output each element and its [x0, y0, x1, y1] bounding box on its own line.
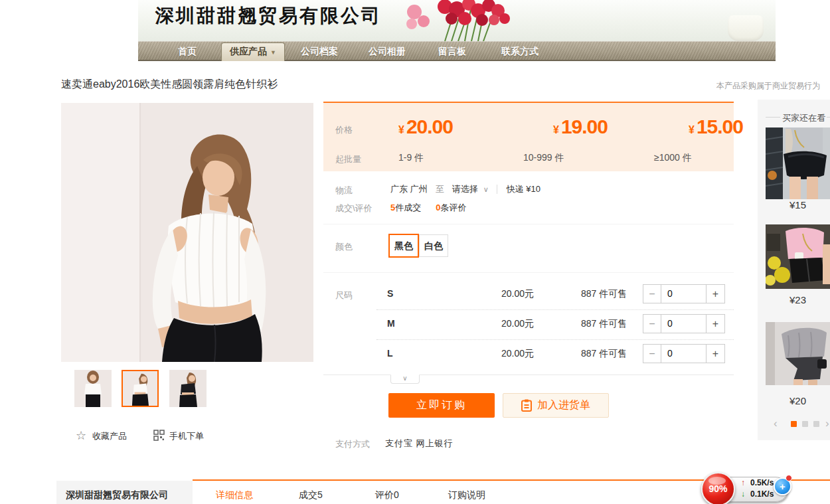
product-main-image[interactable]: [61, 103, 313, 362]
title-dash: [827, 117, 830, 118]
upload-arrow-icon: ↑: [741, 478, 745, 487]
tier-price-value: 20.00: [406, 116, 453, 138]
tab-detail-info[interactable]: 详细信息: [216, 489, 253, 501]
size-name: S: [387, 284, 393, 303]
tab-order-notes[interactable]: 订购说明: [448, 489, 485, 501]
divider: [376, 309, 734, 310]
clipboard-icon: [521, 399, 532, 412]
tab-deals[interactable]: 成交5: [299, 489, 323, 501]
related-product-image-1[interactable]: [766, 127, 830, 199]
nav-item-company-profile[interactable]: 公司档案: [301, 41, 338, 61]
size-row-m: M 20.00元 887 件可售 − 0 +: [323, 314, 734, 333]
quantity-stepper: − 0 +: [643, 314, 725, 333]
nav-item-contact[interactable]: 联系方式: [501, 41, 539, 61]
nav-item-home[interactable]: 首页: [178, 41, 197, 61]
price-tier-1: ¥ 20.00: [398, 116, 453, 138]
size-price: 20.00元: [501, 284, 534, 303]
deals-text[interactable]: 件成交: [395, 203, 421, 212]
divider: [323, 375, 734, 375]
qr-code-icon[interactable]: [153, 430, 165, 441]
related-product-image-2[interactable]: [766, 224, 830, 289]
size-name: M: [387, 314, 395, 333]
quantity-stepper: − 0 +: [643, 344, 725, 363]
quantity-value[interactable]: 0: [661, 345, 706, 363]
mobile-order-button[interactable]: 手机下单: [169, 430, 204, 442]
related-product-price[interactable]: ¥23: [766, 294, 830, 305]
increment-button[interactable]: +: [706, 315, 724, 333]
vase-image: [728, 15, 764, 41]
increment-button[interactable]: +: [706, 345, 724, 363]
size-stock: 887 件可售: [581, 284, 627, 303]
nav-item-company-album[interactable]: 公司相册: [369, 41, 406, 61]
favorite-product-button[interactable]: 收藏产品: [92, 430, 127, 442]
product-thumbnail-1[interactable]: [74, 370, 112, 407]
price-tier-2: ¥ 19.00: [553, 116, 608, 138]
download-widget: ↑ 0.5K/s ↓ 0.1K/s + 90%: [699, 472, 795, 504]
carousel-dot-1[interactable]: [791, 421, 797, 427]
product-thumbnail-2-selected[interactable]: [122, 370, 159, 407]
related-products-sidebar: 买家还在看 ¥15 ¥23: [758, 100, 830, 440]
quantity-value[interactable]: 0: [661, 285, 706, 303]
related-product-image-3[interactable]: [766, 322, 830, 385]
carousel-dot-3[interactable]: [813, 421, 819, 427]
divider: [497, 185, 497, 194]
tier-qty-2: 10-999 件: [523, 152, 564, 164]
page: 深圳甜甜翘贸易有限公司 首页 供应产品▼ 公司档案 公司相册 留言板 联系方式 …: [0, 0, 830, 504]
carousel-prev-icon[interactable]: ‹: [774, 417, 778, 430]
add-to-cart-label: 加入进货单: [537, 398, 590, 412]
related-product-price[interactable]: ¥15: [766, 199, 830, 210]
quantity-value[interactable]: 0: [661, 315, 706, 333]
decrement-button[interactable]: −: [643, 285, 661, 303]
progress-badge[interactable]: 90%: [701, 472, 735, 504]
color-option-white[interactable]: 白色: [419, 234, 448, 257]
quantity-stepper: − 0 +: [643, 284, 725, 303]
stats-label: 成交\评价: [335, 203, 373, 214]
divider: [376, 339, 734, 340]
nav-item-products[interactable]: 供应产品▼: [221, 42, 285, 61]
size-name: L: [387, 344, 393, 363]
divider: [323, 272, 734, 273]
related-product-price[interactable]: ¥20: [766, 395, 830, 406]
star-icon[interactable]: ☆: [76, 428, 86, 443]
thumbnail-image: [74, 370, 112, 407]
size-price: 20.00元: [501, 344, 534, 363]
carousel-dot-2[interactable]: [802, 421, 808, 427]
footer-company-name: 深圳甜甜翘贸易有限公司: [56, 481, 193, 504]
size-stock: 887 件可售: [581, 314, 627, 333]
store-name: 深圳甜甜翘贸易有限公司: [155, 3, 382, 29]
product-title: 速卖通eaby2016欧美性感圆领露肩纯色针织衫: [61, 78, 278, 92]
tier-qty-3: ≥1000 件: [654, 152, 692, 164]
tier-price-value: 19.00: [561, 116, 608, 138]
color-option-black[interactable]: 黑色: [388, 234, 419, 258]
expand-sizes-button[interactable]: ∨: [390, 375, 420, 384]
thumbnail-image: [123, 371, 157, 406]
flower-bouquet-image: [404, 0, 523, 41]
logistics-to: 至: [436, 183, 444, 195]
thumbnail-image: [169, 370, 207, 407]
size-price: 20.00元: [501, 314, 534, 333]
stats-row: 5件成交0条评价: [390, 202, 466, 214]
increment-button[interactable]: +: [706, 285, 724, 303]
dropdown-arrow-icon: ▼: [270, 49, 276, 56]
product-thumbnail-3[interactable]: [169, 370, 207, 407]
logistics-origin: 广东 广州: [390, 183, 428, 195]
carousel-next-icon[interactable]: ›: [825, 417, 829, 430]
currency-symbol: ¥: [398, 124, 404, 136]
upload-speed: 0.5K/s: [750, 478, 774, 487]
tier-price-value: 15.00: [697, 116, 743, 138]
add-to-cart-button[interactable]: 加入进货单: [503, 393, 609, 418]
nav-item-message-board[interactable]: 留言板: [438, 41, 466, 61]
chevron-down-icon[interactable]: ∨: [483, 185, 489, 194]
order-now-button[interactable]: 立即订购: [388, 393, 495, 418]
tab-reviews[interactable]: 评价0: [375, 489, 399, 501]
reviews-text[interactable]: 条评价: [440, 203, 466, 212]
download-speed: 0.1K/s: [750, 489, 774, 499]
logistics-label: 物流: [335, 185, 353, 197]
nav-item-label: 供应产品: [230, 46, 267, 56]
price-label: 价格: [335, 124, 353, 136]
decrement-button[interactable]: −: [643, 315, 661, 333]
destination-select[interactable]: 请选择: [452, 183, 478, 195]
express-fee: 快递 ¥10: [507, 183, 540, 195]
decrement-button[interactable]: −: [643, 345, 661, 363]
download-arrow-icon: ↓: [741, 489, 745, 499]
